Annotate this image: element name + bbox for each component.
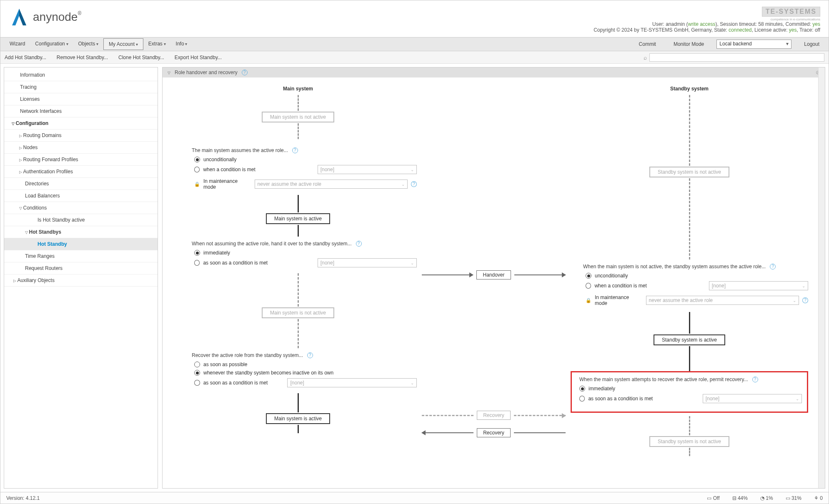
radio-as-soon-possible[interactable] — [194, 362, 200, 367]
nav-conditions[interactable]: Conditions — [4, 202, 158, 214]
dd-as-soon-condition-recover[interactable]: [none] — [287, 378, 417, 387]
menu-configuration[interactable]: Configuration — [30, 38, 73, 50]
help-icon[interactable]: ? — [411, 181, 417, 187]
help-icon[interactable]: ? — [307, 352, 313, 358]
nav-is-hot-standby-active[interactable]: Is Hot Standby active — [4, 214, 158, 226]
nav-information[interactable]: Information — [4, 69, 158, 81]
arrow-column: Handover Recovery Recovery — [417, 95, 571, 456]
stat-users: ⚘ 0 — [814, 495, 823, 501]
stat-off: ▭ Off — [707, 495, 719, 501]
radio-when-condition-standby[interactable] — [586, 283, 591, 289]
nav-routing-forward-profiles[interactable]: Routing Forward Profiles — [4, 154, 158, 166]
nav-routing-domains[interactable]: Routing Domains — [4, 130, 158, 142]
dd-when-condition-standby[interactable]: [none] — [709, 281, 808, 290]
nav-request-routers[interactable]: Request Routers — [4, 262, 158, 274]
radio-immediately-standby[interactable] — [579, 386, 585, 392]
main-system-column: Main system is not active The main syste… — [179, 95, 417, 456]
menu-wizard[interactable]: Wizard — [5, 38, 30, 50]
standby-system-header: Standby system — [571, 86, 808, 95]
nav-licenses[interactable]: Licenses — [4, 93, 158, 105]
search-icon[interactable]: ⌕ — [644, 54, 647, 61]
not-assuming-text: When not assuming the active role, hand … — [192, 241, 362, 247]
permit-recovery-text: When the main system attempts to recover… — [579, 377, 758, 382]
stat-mem: ▭ 31% — [786, 495, 801, 501]
diagram-area: Main system Standby system Main system i… — [163, 77, 825, 488]
nav-load-balancers[interactable]: Load Balancers — [4, 190, 158, 202]
stat-disk: ⊟ 44% — [732, 495, 748, 501]
page-header: anynode® TE-SYSTEMS competence in e-comm… — [0, 0, 829, 37]
content-pane: Role handover and recovery ? ⊘ Main syst… — [162, 67, 825, 489]
dd-as-soon-condition-main[interactable]: [none] — [318, 258, 417, 267]
standby-system-column: Standby system is not active When the ma… — [571, 95, 808, 456]
menu-my-account[interactable]: My Account — [103, 38, 143, 50]
recover-text: Recover the active role from the standby… — [192, 352, 313, 358]
version-label: Version: 4.12.1 — [6, 495, 40, 501]
header-right: TE-SYSTEMS competence in e-communication… — [594, 7, 820, 33]
help-icon[interactable]: ? — [242, 70, 248, 75]
nav-nodes[interactable]: Nodes — [4, 142, 158, 154]
menu-monitor-mode[interactable]: Monitor Mode — [669, 39, 709, 50]
radio-when-condition-main[interactable] — [194, 167, 200, 172]
scrollbar[interactable] — [818, 67, 825, 488]
toolbar-remove[interactable]: Remove Hot Standby... — [57, 55, 108, 60]
help-icon[interactable]: ? — [292, 147, 298, 153]
nav-tracing[interactable]: Tracing — [4, 81, 158, 93]
radio-unconditionally-standby[interactable] — [586, 273, 591, 279]
menu-objects[interactable]: Objects — [73, 38, 103, 50]
state-main-active-1: Main system is active — [266, 213, 330, 224]
main-area: Information Tracing Licenses Network Int… — [0, 64, 829, 492]
dd-when-condition-main[interactable]: [none] — [318, 165, 417, 174]
nav-network-interfaces[interactable]: Network Interfaces — [4, 105, 158, 117]
radio-as-soon-condition-standby[interactable] — [579, 396, 585, 402]
backend-select[interactable]: Local backend ▾ — [716, 40, 791, 49]
radio-immediately-main[interactable] — [194, 250, 200, 256]
user-line: User: anadmin (write access), Session ti… — [594, 21, 820, 27]
state-standby-active: Standby system is active — [654, 334, 725, 345]
handover-label: Handover — [476, 270, 511, 279]
toolbar-clone[interactable]: Clone Hot Standby... — [118, 55, 164, 60]
logo-area: anynode® — [9, 7, 81, 27]
state-standby-not-active-2: Standby system is not active — [649, 436, 729, 447]
copyright-line: Copyright © 2024 by TE-SYSTEMS GmbH, Ger… — [594, 27, 820, 33]
toolbar-add[interactable]: Add Hot Standby... — [5, 55, 46, 60]
nav-authentication-profiles[interactable]: Authentication Profiles — [4, 166, 158, 178]
brand-name: anynode® — [33, 10, 81, 24]
nav-hot-standbys[interactable]: Hot Standbys — [4, 226, 158, 238]
dd-maintenance-standby[interactable]: never assume the active role — [646, 296, 799, 305]
help-icon[interactable]: ? — [356, 241, 362, 247]
recovery-label: Recovery — [477, 428, 511, 437]
radio-unconditionally-main[interactable] — [194, 157, 200, 162]
nav-configuration[interactable]: Configuration — [4, 117, 158, 130]
tesystems-logo: TE-SYSTEMS — [762, 7, 820, 17]
lock-icon — [586, 297, 591, 303]
nav-auxiliary-objects[interactable]: Auxiliary Objects — [4, 274, 158, 287]
lock-icon — [194, 181, 200, 187]
radio-whenever-inactive[interactable] — [194, 370, 200, 376]
dd-as-soon-condition-standby[interactable]: [none] — [703, 394, 802, 403]
nav-directories[interactable]: Directories — [4, 178, 158, 190]
permit-recovery-highlight: When the main system attempts to recover… — [571, 371, 808, 413]
nav-hot-standby[interactable]: Hot Standby — [4, 238, 158, 250]
menu-logout[interactable]: Logout — [799, 39, 824, 50]
radio-as-soon-condition-main[interactable] — [194, 260, 200, 266]
search-input[interactable] — [649, 53, 824, 62]
state-main-not-active-1: Main system is not active — [262, 112, 334, 122]
radio-as-soon-condition-recover[interactable] — [194, 380, 200, 386]
state-main-active-2: Main system is active — [266, 413, 330, 424]
menu-info[interactable]: Info — [171, 38, 193, 50]
section-header[interactable]: Role handover and recovery ? ⊘ — [163, 67, 825, 77]
assumes-role-text: The main system assumes the active role.… — [192, 147, 298, 153]
menu-extras[interactable]: Extras — [143, 38, 171, 50]
help-icon[interactable]: ? — [752, 377, 758, 382]
section-title: Role handover and recovery — [175, 70, 238, 75]
menu-commit[interactable]: Commit — [634, 39, 661, 50]
logo-icon — [9, 7, 30, 27]
dd-maintenance-main[interactable]: never assume the active role — [255, 180, 408, 189]
help-icon[interactable]: ? — [802, 297, 808, 303]
menubar: Wizard Configuration Objects My Account … — [0, 37, 829, 51]
recovery-label-dashed: Recovery — [477, 411, 511, 420]
state-standby-not-active-1: Standby system is not active — [649, 167, 729, 177]
toolbar-export[interactable]: Export Hot Standby... — [175, 55, 222, 60]
help-icon[interactable]: ? — [770, 264, 776, 269]
nav-time-ranges[interactable]: Time Ranges — [4, 250, 158, 262]
